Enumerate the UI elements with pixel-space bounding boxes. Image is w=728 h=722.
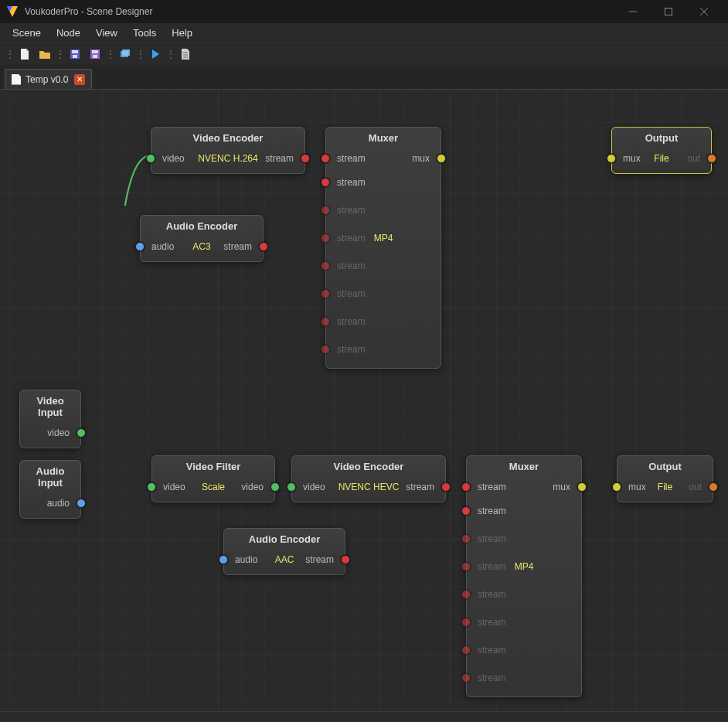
port-stream-in[interactable] <box>461 590 471 599</box>
port-stream-in[interactable] <box>321 261 330 271</box>
open-file-button[interactable] <box>36 46 53 63</box>
port-audio-in[interactable] <box>135 242 145 251</box>
menu-node[interactable]: Node <box>49 25 88 41</box>
node-audio-encoder-2[interactable]: Audio Encoder audio AAC stream <box>223 528 345 575</box>
toolbar-grip-icon <box>138 47 142 61</box>
port-stream-in[interactable] <box>321 206 330 215</box>
toolbar-grip-icon <box>168 47 172 61</box>
titlebar: VoukoderPro - Scene Designer <box>0 0 728 23</box>
new-file-button[interactable] <box>16 46 33 63</box>
statusbar <box>0 711 728 722</box>
format-label: MP4 <box>374 233 393 244</box>
node-video-filter[interactable]: Video Filter video Scale video <box>151 455 275 502</box>
window-minimize-button[interactable] <box>615 0 651 23</box>
port-label: stream <box>337 316 366 327</box>
scene-canvas[interactable]: Video Input video Audio Input audio Vide… <box>0 90 728 711</box>
menu-scene[interactable]: Scene <box>5 25 49 41</box>
port-stream-in[interactable] <box>321 317 330 326</box>
port-video-in[interactable] <box>147 482 156 492</box>
port-video-out[interactable] <box>270 482 280 492</box>
node-muxer-2[interactable]: Muxer stream mux stream stream stream MP… <box>466 455 582 697</box>
port-label: video <box>241 482 264 492</box>
port-label: video <box>303 482 325 492</box>
port-video-in[interactable] <box>287 482 296 492</box>
toolbar-grip-icon <box>58 47 62 61</box>
save-button[interactable] <box>66 46 83 63</box>
node-video-input[interactable]: Video Input video <box>19 390 81 448</box>
port-label: stream <box>478 506 506 516</box>
node-title: Audio Input <box>20 461 80 489</box>
port-stream-in[interactable] <box>461 673 471 683</box>
svg-rect-11 <box>93 55 97 58</box>
node-title: Video Input <box>20 390 80 418</box>
menu-view[interactable]: View <box>88 25 125 41</box>
port-label: stream <box>478 673 506 683</box>
port-stream-in[interactable] <box>321 289 330 298</box>
port-label: stream <box>478 589 506 600</box>
node-title: Video Filter <box>152 456 274 472</box>
port-stream-out[interactable] <box>259 242 268 251</box>
tab-label: Temp v0.0 <box>26 74 68 85</box>
port-stream-in[interactable] <box>461 562 471 571</box>
save-as-button[interactable] <box>87 46 104 63</box>
port-label: stream <box>478 645 506 656</box>
svg-marker-14 <box>152 49 159 59</box>
port-stream-out[interactable] <box>441 482 451 492</box>
svg-rect-10 <box>92 50 98 53</box>
window-title: VoukoderPro - Scene Designer <box>25 6 152 17</box>
node-title: Output <box>617 456 713 472</box>
port-video-in[interactable] <box>146 154 155 163</box>
port-stream-in[interactable] <box>461 506 471 516</box>
port-stream-in[interactable] <box>461 645 471 655</box>
port-mux-out[interactable] <box>437 154 446 163</box>
port-stream-in[interactable] <box>321 154 330 163</box>
document-button[interactable] <box>177 46 194 63</box>
port-stream-in[interactable] <box>321 345 330 354</box>
port-label: stream <box>337 205 366 216</box>
window-maximize-button[interactable] <box>651 0 686 23</box>
port-stream-out[interactable] <box>341 555 350 564</box>
port-stream-in[interactable] <box>461 618 471 627</box>
app-logo-icon <box>6 5 19 18</box>
run-button[interactable] <box>147 46 164 63</box>
menubar: Scene Node View Tools Help <box>0 23 728 42</box>
node-audio-encoder-1[interactable]: Audio Encoder audio AC3 stream <box>140 215 264 262</box>
port-audio-in[interactable] <box>219 555 228 564</box>
node-audio-input[interactable]: Audio Input audio <box>19 460 81 519</box>
port-out[interactable] <box>709 482 718 492</box>
node-title: Video Encoder <box>292 456 445 472</box>
port-video-out[interactable] <box>77 428 86 438</box>
node-video-encoder-2[interactable]: Video Encoder video NVENC HEVC stream <box>291 455 446 502</box>
layers-button[interactable] <box>117 46 134 63</box>
node-output-2[interactable]: Output mux File out <box>617 455 713 502</box>
svg-rect-13 <box>122 49 130 56</box>
port-mux-in[interactable] <box>612 482 621 492</box>
format-label: MP4 <box>515 561 534 572</box>
document-icon <box>12 74 21 85</box>
node-output-1[interactable]: Output mux File out <box>611 127 712 174</box>
port-stream-out[interactable] <box>301 154 310 163</box>
menu-tools[interactable]: Tools <box>125 25 164 41</box>
tab-close-button[interactable]: ✕ <box>74 74 85 85</box>
port-stream-in[interactable] <box>321 233 330 243</box>
node-muxer-1[interactable]: Muxer stream mux stream stream stream MP… <box>325 127 441 369</box>
port-stream-in[interactable] <box>321 178 330 187</box>
port-label: stream <box>478 533 506 544</box>
port-label: video <box>163 482 185 492</box>
port-audio-out[interactable] <box>77 499 86 508</box>
port-mux-out[interactable] <box>577 482 587 492</box>
port-mux-in[interactable] <box>607 154 616 163</box>
node-title: Video Encoder <box>151 128 304 144</box>
svg-rect-8 <box>73 55 77 58</box>
target-label: File <box>658 482 672 492</box>
menu-help[interactable]: Help <box>164 25 200 41</box>
port-stream-in[interactable] <box>461 482 471 492</box>
port-label: video <box>162 153 185 164</box>
node-video-encoder-1[interactable]: Video Encoder video NVENC H.264 stream <box>151 127 305 174</box>
port-out[interactable] <box>707 154 716 163</box>
window-close-button[interactable] <box>686 0 722 23</box>
toolbar <box>0 42 728 65</box>
port-stream-in[interactable] <box>461 534 471 543</box>
codec-label: AAC <box>275 554 294 565</box>
tab-temp[interactable]: Temp v0.0 ✕ <box>5 69 92 89</box>
